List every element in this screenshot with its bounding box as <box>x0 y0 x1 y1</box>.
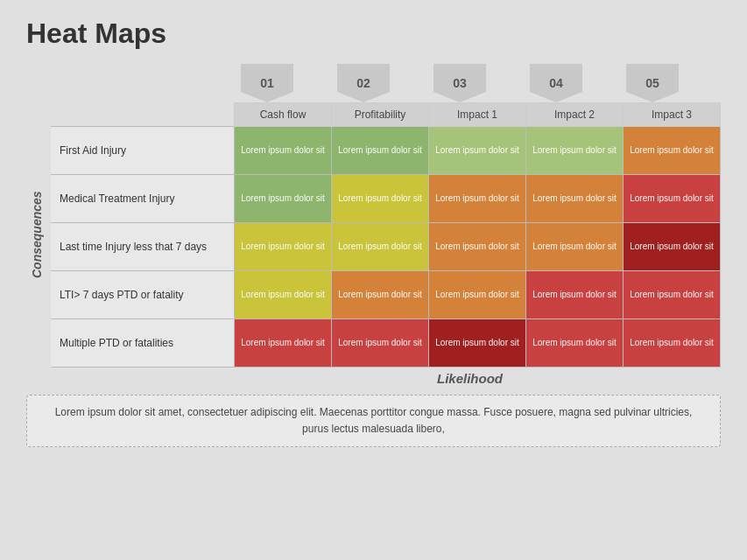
pentagon-shape: 02 <box>337 64 390 102</box>
heat-cell: Lorem ipsum dolor sit <box>624 175 721 223</box>
cell-text: Lorem ipsum dolor sit <box>526 175 623 222</box>
table-wrapper: Consequences Cash flowProfitabilityImpac… <box>26 102 721 368</box>
cell-text: Lorem ipsum dolor sit <box>526 271 623 318</box>
cell-text: Lorem ipsum dolor sit <box>235 175 331 222</box>
pentagon-number: 02 <box>356 76 370 90</box>
cell-text: Lorem ipsum dolor sit <box>332 223 428 270</box>
consequence-label: LTI> 7 days PTD or fatality <box>51 271 235 319</box>
cell-text: Lorem ipsum dolor sit <box>332 127 428 174</box>
heat-cell: Lorem ipsum dolor sit <box>332 175 429 223</box>
pentagon-col: 02 <box>315 64 412 102</box>
heat-cell: Lorem ipsum dolor sit <box>235 223 332 271</box>
heat-cell: Lorem ipsum dolor sit <box>429 175 526 223</box>
table-row: First Aid InjuryLorem ipsum dolor sitLor… <box>51 127 721 175</box>
cell-text: Lorem ipsum dolor sit <box>235 319 331 367</box>
heat-cell: Lorem ipsum dolor sit <box>235 175 332 223</box>
cell-text: Lorem ipsum dolor sit <box>624 127 720 174</box>
cell-text: Lorem ipsum dolor sit <box>332 175 428 222</box>
consequence-label: Multiple PTD or fatalities <box>51 319 235 368</box>
heat-cell: Lorem ipsum dolor sit <box>429 319 526 368</box>
cell-text: Lorem ipsum dolor sit <box>429 319 525 367</box>
table-col-header: Impact 2 <box>526 103 624 127</box>
heat-cell: Lorem ipsum dolor sit <box>429 127 526 175</box>
heat-cell: Lorem ipsum dolor sit <box>332 127 429 175</box>
cell-text: Lorem ipsum dolor sit <box>624 175 720 222</box>
heat-cell: Lorem ipsum dolor sit <box>235 271 332 319</box>
consequence-label: Last time Injury less that 7 days <box>51 223 235 271</box>
heat-cell: Lorem ipsum dolor sit <box>332 319 429 368</box>
cell-text: Lorem ipsum dolor sit <box>526 319 623 367</box>
table-row: Medical Treatment InjuryLorem ipsum dolo… <box>51 175 721 223</box>
heat-cell: Lorem ipsum dolor sit <box>624 271 721 319</box>
cell-text: Lorem ipsum dolor sit <box>526 223 623 270</box>
x-axis-label: Likelihood <box>219 371 721 386</box>
pentagon-shape: 01 <box>241 64 293 102</box>
cell-text: Lorem ipsum dolor sit <box>624 223 720 270</box>
page: Heat Maps 01 02 03 <box>0 0 747 560</box>
footer-text: Lorem ipsum dolor sit amet, consectetuer… <box>26 395 721 447</box>
cell-text: Lorem ipsum dolor sit <box>429 223 525 270</box>
heat-map-table: Cash flowProfitabilityImpact 1Impact 2Im… <box>51 102 721 368</box>
cell-text: Lorem ipsum dolor sit <box>235 271 331 318</box>
cell-text: Lorem ipsum dolor sit <box>624 271 720 318</box>
table-col-header: Cash flow <box>235 103 332 127</box>
heat-cell: Lorem ipsum dolor sit <box>526 223 624 271</box>
heat-cell: Lorem ipsum dolor sit <box>235 127 332 175</box>
pentagon-col: 03 <box>412 64 508 102</box>
heat-cell: Lorem ipsum dolor sit <box>526 175 624 223</box>
y-axis-label: Consequences <box>26 102 47 368</box>
pentagon-number: 04 <box>549 76 563 90</box>
consequence-label: Medical Treatment Injury <box>51 175 235 223</box>
pentagon-col: 04 <box>508 64 604 102</box>
cell-text: Lorem ipsum dolor sit <box>526 127 623 174</box>
cell-text: Lorem ipsum dolor sit <box>332 319 428 367</box>
pentagon-shape: 03 <box>433 64 486 102</box>
pentagon-shape: 05 <box>626 64 679 102</box>
heat-cell: Lorem ipsum dolor sit <box>429 223 526 271</box>
pentagon-col: 01 <box>219 64 315 102</box>
table-col-header: Impact 1 <box>429 103 526 127</box>
cell-text: Lorem ipsum dolor sit <box>429 127 525 174</box>
heat-cell: Lorem ipsum dolor sit <box>624 319 721 368</box>
table-row: Multiple PTD or fatalitiesLorem ipsum do… <box>51 319 721 368</box>
pentagon-header: 01 02 03 04 <box>219 64 721 102</box>
pentagon-shape: 04 <box>530 64 582 102</box>
cell-text: Lorem ipsum dolor sit <box>235 127 331 174</box>
heat-cell: Lorem ipsum dolor sit <box>526 271 624 319</box>
cell-text: Lorem ipsum dolor sit <box>429 271 525 318</box>
heat-cell: Lorem ipsum dolor sit <box>624 223 721 271</box>
pentagon-col: 05 <box>604 64 701 102</box>
heat-cell: Lorem ipsum dolor sit <box>624 127 721 175</box>
heat-cell: Lorem ipsum dolor sit <box>526 127 624 175</box>
page-title: Heat Maps <box>26 18 721 50</box>
table-col-header: Impact 3 <box>624 103 721 127</box>
pentagon-number: 01 <box>260 76 274 90</box>
table-row: LTI> 7 days PTD or fatalityLorem ipsum d… <box>51 271 721 319</box>
heat-cell: Lorem ipsum dolor sit <box>332 271 429 319</box>
heat-cell: Lorem ipsum dolor sit <box>235 319 332 368</box>
heat-cell: Lorem ipsum dolor sit <box>526 319 624 368</box>
main-content: 01 02 03 04 <box>26 64 721 447</box>
table-col-header: Profitability <box>332 103 429 127</box>
heat-cell: Lorem ipsum dolor sit <box>332 223 429 271</box>
pentagon-number: 05 <box>645 76 659 90</box>
pentagon-number: 03 <box>453 76 467 90</box>
cell-text: Lorem ipsum dolor sit <box>235 223 331 270</box>
cell-text: Lorem ipsum dolor sit <box>332 271 428 318</box>
table-header-empty <box>51 103 235 127</box>
cell-text: Lorem ipsum dolor sit <box>624 319 720 367</box>
cell-text: Lorem ipsum dolor sit <box>429 175 525 222</box>
heat-cell: Lorem ipsum dolor sit <box>429 271 526 319</box>
table-row: Last time Injury less that 7 daysLorem i… <box>51 223 721 271</box>
consequence-label: First Aid Injury <box>51 127 235 175</box>
